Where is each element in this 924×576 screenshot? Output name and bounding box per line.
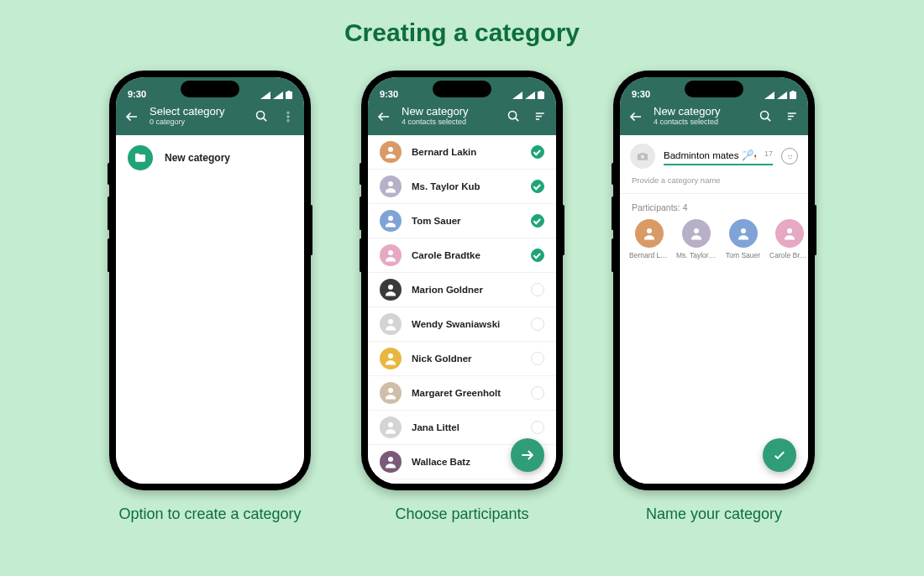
avatar	[380, 210, 402, 232]
svg-point-10	[388, 181, 393, 186]
caption-3: Name your category	[646, 505, 782, 523]
sort-button[interactable]	[783, 107, 801, 126]
new-category-row[interactable]: New category	[116, 135, 304, 181]
phone-notch	[181, 81, 239, 97]
battery-icon	[538, 91, 544, 99]
avatar	[380, 141, 402, 163]
select-checkbox[interactable]	[531, 145, 544, 159]
select-checkbox[interactable]	[531, 180, 544, 193]
contact-row[interactable]: Ernest Schulist	[368, 479, 556, 484]
phone-screen-3: 9:30 New category 4 conta	[620, 77, 808, 484]
contact-row[interactable]: Margaret Greenholt	[368, 376, 556, 411]
category-name-input[interactable]	[664, 147, 773, 165]
caption-2: Choose participants	[395, 505, 528, 523]
participant-name: Ms. Taylor K…	[676, 251, 717, 259]
select-checkbox[interactable]	[531, 249, 544, 262]
participant-name: Bernard Lakin	[629, 251, 669, 259]
back-button[interactable]	[375, 107, 393, 126]
avatar	[380, 416, 402, 438]
contact-name: Wallace Batz	[412, 457, 521, 467]
svg-point-15	[388, 353, 393, 359]
svg-point-12	[388, 250, 393, 255]
select-checkbox[interactable]	[531, 352, 544, 365]
svg-rect-1	[288, 91, 291, 92]
avatar	[380, 313, 402, 335]
contact-row[interactable]: Marion Goldner	[368, 273, 556, 307]
select-checkbox[interactable]	[531, 421, 544, 434]
status-icons	[512, 91, 544, 99]
select-checkbox[interactable]	[531, 214, 544, 228]
avatar	[635, 219, 664, 248]
sort-button[interactable]	[531, 107, 549, 126]
svg-point-5	[287, 119, 289, 121]
contact-name: Jana Littel	[412, 422, 521, 432]
phone-screen-1: 9:30 Select category 0 ca	[116, 77, 304, 484]
participant-cell[interactable]: Bernard Lakin	[632, 219, 667, 259]
search-button[interactable]	[252, 107, 270, 126]
contact-name: Marion Goldner	[412, 285, 521, 295]
svg-point-18	[388, 457, 393, 462]
phone-col-2: 9:30 New category 4 conta	[361, 71, 563, 523]
svg-rect-22	[792, 91, 795, 92]
contact-row[interactable]: Wendy Swaniawski	[368, 307, 556, 342]
back-button[interactable]	[123, 107, 141, 126]
avatar	[380, 244, 402, 266]
phone-notch	[685, 81, 743, 97]
participant-cell[interactable]: Ms. Taylor K…	[679, 219, 714, 259]
svg-point-25	[788, 155, 789, 156]
signal-icon	[512, 92, 522, 99]
svg-rect-6	[538, 92, 544, 99]
name-input-row: 17	[620, 135, 808, 172]
char-remaining: 17	[764, 149, 773, 158]
search-button[interactable]	[756, 107, 774, 126]
contact-name: Margaret Greenholt	[412, 388, 521, 398]
participants-row: Bernard LakinMs. Taylor K…Tom SauerCarol…	[620, 219, 808, 259]
back-button[interactable]	[627, 107, 645, 126]
avatar	[380, 279, 402, 301]
svg-point-26	[790, 155, 791, 156]
svg-point-27	[647, 228, 652, 233]
contact-row[interactable]: Bernard Lakin	[368, 135, 556, 170]
contact-row[interactable]: Nick Goldner	[368, 342, 556, 376]
status-time: 9:30	[632, 89, 650, 99]
more-button[interactable]	[279, 107, 297, 126]
appbar-subtitle: 4 contacts selected	[654, 118, 748, 127]
participant-cell[interactable]: Tom Sauer	[726, 219, 760, 259]
caption-1: Option to create a category	[118, 505, 301, 523]
contact-name: Ms. Taylor Kub	[412, 181, 521, 191]
appbar-subtitle: 4 contacts selected	[402, 118, 496, 127]
select-checkbox[interactable]	[531, 317, 544, 331]
contact-row[interactable]: Tom Sauer	[368, 204, 556, 238]
search-button[interactable]	[504, 107, 522, 126]
avatar	[380, 175, 402, 197]
wifi-icon	[525, 92, 535, 99]
svg-point-3	[287, 112, 289, 113]
svg-point-24	[641, 155, 644, 159]
next-fab[interactable]	[511, 438, 544, 472]
participants-label: Participants: 4	[620, 194, 808, 219]
svg-point-8	[508, 112, 516, 119]
svg-point-4	[287, 115, 289, 117]
participant-name: Tom Sauer	[726, 251, 760, 259]
phone-col-1: 9:30 Select category 0 ca	[109, 71, 311, 523]
participant-cell[interactable]: Carole Bra…	[772, 219, 807, 259]
wifi-icon	[273, 92, 283, 99]
phone-col-3: 9:30 New category 4 conta	[613, 71, 815, 523]
appbar-title: Select category	[150, 106, 244, 118]
select-checkbox[interactable]	[531, 386, 544, 400]
svg-point-23	[760, 112, 768, 119]
contact-row[interactable]: Ms. Taylor Kub	[368, 170, 556, 204]
folder-plus-icon	[128, 145, 153, 170]
contact-row[interactable]: Carole Bradtke	[368, 238, 556, 273]
avatar	[775, 219, 804, 248]
confirm-fab[interactable]	[763, 438, 796, 472]
new-category-label: New category	[165, 152, 230, 164]
avatar	[682, 219, 711, 248]
svg-point-29	[741, 228, 746, 233]
select-checkbox[interactable]	[531, 283, 544, 296]
contact-name: Nick Goldner	[412, 353, 521, 364]
avatar	[380, 451, 402, 473]
camera-icon[interactable]	[630, 144, 655, 169]
phone-frame: 9:30 New category 4 conta	[613, 71, 815, 490]
emoji-button[interactable]	[781, 148, 798, 165]
